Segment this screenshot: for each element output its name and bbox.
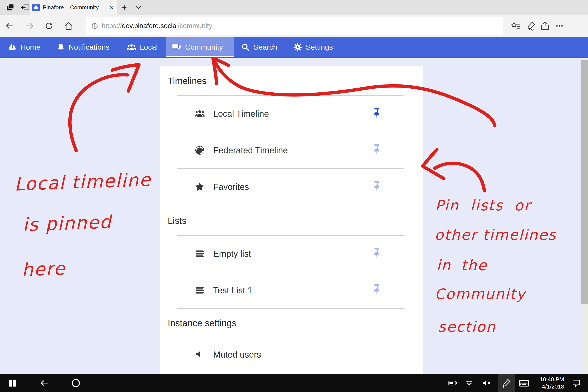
list-item-test-list-1[interactable]: Test List 1 xyxy=(177,272,404,308)
section-title-timelines: Timelines xyxy=(168,76,206,86)
nav-item-search[interactable]: Search xyxy=(235,37,283,57)
favorites-hub-button[interactable] xyxy=(509,15,523,37)
start-button[interactable] xyxy=(5,374,20,392)
share-icon xyxy=(540,21,550,31)
pin-toggle[interactable] xyxy=(373,144,380,156)
browser-address-bar: https://dev.pinafore.social/community xyxy=(0,15,588,37)
restore-tabs-icon xyxy=(21,3,30,12)
back-button[interactable] xyxy=(2,15,18,37)
browser-tab-bar: Pinafore – Community ✕ + xyxy=(0,0,588,15)
nav-item-home[interactable]: Home xyxy=(2,37,46,57)
list-item-partial[interactable] xyxy=(177,371,404,374)
pinafore-favicon xyxy=(32,4,40,11)
tab-preview-chevron-icon[interactable] xyxy=(132,0,145,15)
gear-icon xyxy=(293,43,302,52)
search-icon xyxy=(241,43,250,52)
home-button[interactable] xyxy=(61,15,76,37)
muted-speaker-icon xyxy=(194,349,205,360)
battery-status[interactable] xyxy=(446,374,460,392)
list-icon xyxy=(194,285,205,296)
keyboard-icon xyxy=(519,378,529,388)
star-icon xyxy=(194,182,205,192)
nav-item-notifications[interactable]: Notifications xyxy=(51,37,115,57)
scrollbar-thumb[interactable] xyxy=(581,60,588,304)
back-arrow-icon xyxy=(39,378,49,388)
cortana-circle-icon xyxy=(71,378,80,388)
url-input[interactable]: https://dev.pinafore.social/community xyxy=(86,17,503,35)
set-aside-tabs-button[interactable] xyxy=(4,0,17,15)
add-notes-button[interactable] xyxy=(524,15,538,37)
pin-toggle[interactable] xyxy=(373,248,380,260)
community-card: Timelines Local Timeline Federated Timel… xyxy=(160,66,423,374)
nav-item-community[interactable]: Community xyxy=(166,37,234,57)
bell-icon xyxy=(56,43,65,52)
lists-list: Empty list Test List 1 xyxy=(176,235,404,309)
tab-title: Pinafore – Community xyxy=(43,4,107,11)
volume-muted-icon xyxy=(482,378,492,388)
taskbar-clock[interactable]: 10:40 PM 4/1/2018 xyxy=(532,374,564,392)
ink-pen-icon xyxy=(526,21,536,31)
list-item-muted-users[interactable]: Muted users xyxy=(177,338,404,371)
users-icon xyxy=(194,108,205,119)
ellipsis-icon xyxy=(554,21,564,31)
touch-keyboard-button[interactable] xyxy=(516,374,532,392)
section-title-lists: Lists xyxy=(168,216,186,226)
new-tab-button[interactable]: + xyxy=(119,0,129,15)
action-center-icon xyxy=(572,378,581,388)
more-options-button[interactable] xyxy=(552,15,567,37)
nav-item-local[interactable]: Local xyxy=(121,37,163,57)
windows-ink-button[interactable] xyxy=(498,374,515,392)
nav-item-settings[interactable]: Settings xyxy=(288,37,338,57)
share-button[interactable] xyxy=(538,15,552,37)
pin-toggle[interactable] xyxy=(373,108,380,120)
battery-icon xyxy=(448,378,458,388)
users-icon xyxy=(127,42,136,52)
list-item-federated-timeline[interactable]: Federated Timeline xyxy=(177,132,404,169)
browser-tab-pinafore[interactable]: Pinafore – Community ✕ xyxy=(30,0,118,15)
pen-icon xyxy=(501,378,511,388)
set-aside-tabs-icon xyxy=(6,3,15,12)
url-text: https://dev.pinafore.social/community xyxy=(102,22,212,30)
forward-button[interactable] xyxy=(22,15,37,37)
pinafore-nav-bar: Home Notifications Local Community Searc… xyxy=(0,37,588,58)
list-item-favorites[interactable]: Favorites xyxy=(177,169,404,205)
list-icon xyxy=(194,248,205,259)
list-item-empty-list[interactable]: Empty list xyxy=(177,236,404,272)
pin-toggle[interactable] xyxy=(373,181,380,193)
pin-toggle[interactable] xyxy=(373,284,380,296)
refresh-button[interactable] xyxy=(42,15,56,37)
hub-star-icon xyxy=(511,21,521,31)
windows-logo-icon xyxy=(9,379,16,387)
windows-taskbar: 10:40 PM 4/1/2018 xyxy=(0,374,588,392)
wifi-icon xyxy=(464,378,474,388)
page-content: Timelines Local Timeline Federated Timel… xyxy=(0,58,588,374)
list-item-local-timeline[interactable]: Local Timeline xyxy=(177,96,404,132)
action-center-button[interactable] xyxy=(569,374,584,392)
volume-status[interactable] xyxy=(480,374,494,392)
scrollbar[interactable] xyxy=(581,58,588,374)
network-status[interactable] xyxy=(462,374,476,392)
instance-settings-list: Muted users xyxy=(176,338,404,374)
section-title-instance-settings: Instance settings xyxy=(168,318,236,328)
tab-close-icon[interactable]: ✕ xyxy=(109,4,114,11)
site-info-icon[interactable] xyxy=(91,22,99,30)
chat-bubbles-icon xyxy=(172,42,182,52)
taskbar-back-button[interactable] xyxy=(36,374,52,392)
clock-date: 4/1/2018 xyxy=(542,383,564,390)
restore-tabs-button[interactable] xyxy=(19,0,32,15)
globe-icon xyxy=(194,145,205,156)
sailboat-icon xyxy=(8,43,17,52)
clock-time: 10:40 PM xyxy=(540,376,564,383)
cortana-button[interactable] xyxy=(68,374,84,392)
timelines-list: Local Timeline Federated Timeline Favori… xyxy=(176,95,404,205)
